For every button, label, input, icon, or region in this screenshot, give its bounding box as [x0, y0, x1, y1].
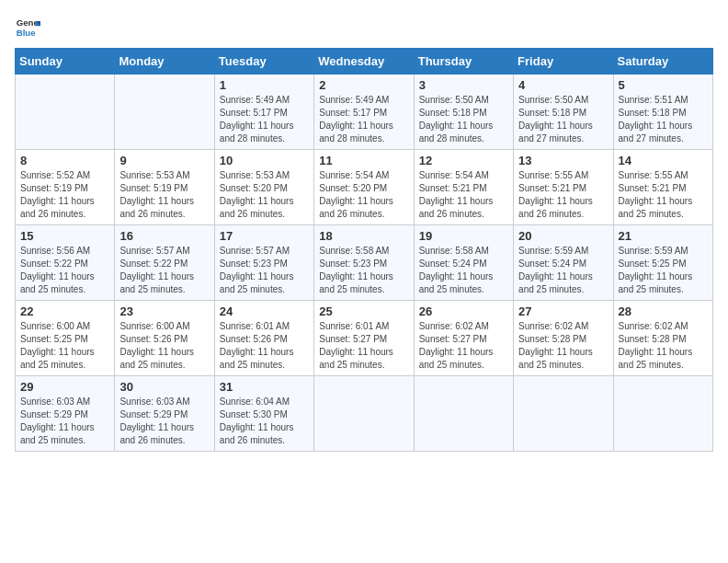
header-monday: Monday	[115, 49, 214, 75]
day-info: Sunrise: 5:57 AMSunset: 5:22 PMDaylight:…	[119, 246, 194, 294]
day-info: Sunrise: 5:49 AMSunset: 5:17 PMDaylight:…	[319, 95, 393, 144]
day-cell-29: 29 Sunrise: 6:03 AMSunset: 5:29 PMDaylig…	[16, 376, 115, 452]
day-info: Sunrise: 6:03 AMSunset: 5:29 PMDaylight:…	[20, 396, 95, 445]
day-cell-22: 22 Sunrise: 6:00 AMSunset: 5:25 PMDaylig…	[16, 301, 115, 376]
empty-cell	[414, 376, 513, 452]
day-cell-26: 26 Sunrise: 6:02 AMSunset: 5:27 PMDaylig…	[414, 301, 513, 376]
day-cell-13: 13 Sunrise: 5:55 AMSunset: 5:21 PMDaylig…	[514, 150, 613, 225]
day-number: 17	[220, 229, 309, 243]
day-cell-15: 15 Sunrise: 5:56 AMSunset: 5:22 PMDaylig…	[16, 225, 115, 301]
day-number: 12	[419, 154, 508, 167]
day-number: 19	[419, 229, 508, 243]
day-info: Sunrise: 6:02 AMSunset: 5:27 PMDaylight:…	[419, 321, 494, 370]
day-info: Sunrise: 6:02 AMSunset: 5:28 PMDaylight:…	[518, 321, 593, 370]
day-cell-3: 3 Sunrise: 5:50 AMSunset: 5:18 PMDayligh…	[414, 75, 513, 150]
day-info: Sunrise: 6:01 AMSunset: 5:27 PMDaylight:…	[319, 321, 393, 370]
day-number: 20	[518, 229, 608, 243]
day-info: Sunrise: 5:53 AMSunset: 5:20 PMDaylight:…	[220, 170, 294, 219]
calendar-week-3: 22 Sunrise: 6:00 AMSunset: 5:25 PMDaylig…	[16, 301, 713, 376]
day-number: 22	[20, 304, 109, 318]
day-number: 10	[220, 154, 309, 167]
day-number: 11	[319, 154, 408, 167]
header-wednesday: Wednesday	[314, 49, 414, 75]
day-number: 5	[619, 78, 708, 92]
day-info: Sunrise: 5:59 AMSunset: 5:24 PMDaylight:…	[518, 246, 593, 294]
day-number: 24	[220, 304, 309, 318]
day-info: Sunrise: 5:58 AMSunset: 5:23 PMDaylight:…	[319, 246, 393, 294]
day-info: Sunrise: 6:04 AMSunset: 5:30 PMDaylight:…	[220, 396, 294, 445]
svg-text:Blue: Blue	[17, 28, 36, 38]
day-cell-25: 25 Sunrise: 6:01 AMSunset: 5:27 PMDaylig…	[314, 301, 414, 376]
day-info: Sunrise: 5:54 AMSunset: 5:21 PMDaylight:…	[419, 170, 494, 219]
day-cell-5: 5 Sunrise: 5:51 AMSunset: 5:18 PMDayligh…	[613, 75, 712, 150]
day-number: 8	[20, 154, 109, 167]
day-number: 30	[119, 380, 209, 394]
day-cell-31: 31 Sunrise: 6:04 AMSunset: 5:30 PMDaylig…	[214, 376, 313, 452]
day-cell-21: 21 Sunrise: 5:59 AMSunset: 5:25 PMDaylig…	[613, 225, 712, 301]
day-cell-14: 14 Sunrise: 5:55 AMSunset: 5:21 PMDaylig…	[613, 150, 712, 225]
calendar-week-2: 15 Sunrise: 5:56 AMSunset: 5:22 PMDaylig…	[16, 225, 713, 301]
day-number: 31	[220, 380, 309, 394]
day-number: 23	[119, 304, 209, 318]
calendar-week-0: 1 Sunrise: 5:49 AMSunset: 5:17 PMDayligh…	[16, 75, 713, 150]
logo: General Blue	[15, 15, 44, 40]
calendar-table: SundayMondayTuesdayWednesdayThursdayFrid…	[15, 48, 713, 452]
day-cell-9: 9 Sunrise: 5:53 AMSunset: 5:19 PMDayligh…	[115, 150, 214, 225]
header-thursday: Thursday	[414, 49, 513, 75]
day-number: 1	[220, 78, 309, 92]
day-info: Sunrise: 6:02 AMSunset: 5:28 PMDaylight:…	[619, 321, 693, 370]
day-number: 29	[20, 380, 109, 394]
day-info: Sunrise: 6:00 AMSunset: 5:25 PMDaylight:…	[20, 321, 95, 370]
header-tuesday: Tuesday	[214, 49, 313, 75]
day-info: Sunrise: 5:52 AMSunset: 5:19 PMDaylight:…	[20, 170, 95, 219]
day-cell-23: 23 Sunrise: 6:00 AMSunset: 5:26 PMDaylig…	[115, 301, 214, 376]
empty-cell	[514, 376, 613, 452]
day-info: Sunrise: 6:03 AMSunset: 5:29 PMDaylight:…	[119, 396, 194, 445]
day-cell-18: 18 Sunrise: 5:58 AMSunset: 5:23 PMDaylig…	[314, 225, 414, 301]
logo-icon: General Blue	[15, 15, 40, 40]
day-number: 9	[119, 154, 209, 167]
day-cell-19: 19 Sunrise: 5:58 AMSunset: 5:24 PMDaylig…	[414, 225, 513, 301]
day-cell-16: 16 Sunrise: 5:57 AMSunset: 5:22 PMDaylig…	[115, 225, 214, 301]
empty-cell	[16, 75, 115, 150]
day-info: Sunrise: 5:59 AMSunset: 5:25 PMDaylight:…	[619, 246, 693, 294]
day-info: Sunrise: 5:54 AMSunset: 5:20 PMDaylight:…	[319, 170, 393, 219]
day-number: 21	[619, 229, 708, 243]
day-cell-17: 17 Sunrise: 5:57 AMSunset: 5:23 PMDaylig…	[214, 225, 313, 301]
day-number: 14	[619, 154, 708, 167]
header-friday: Friday	[514, 49, 613, 75]
day-info: Sunrise: 6:00 AMSunset: 5:26 PMDaylight:…	[119, 321, 194, 370]
day-cell-12: 12 Sunrise: 5:54 AMSunset: 5:21 PMDaylig…	[414, 150, 513, 225]
day-cell-11: 11 Sunrise: 5:54 AMSunset: 5:20 PMDaylig…	[314, 150, 414, 225]
day-number: 27	[518, 304, 608, 318]
day-cell-8: 8 Sunrise: 5:52 AMSunset: 5:19 PMDayligh…	[16, 150, 115, 225]
empty-cell	[613, 376, 712, 452]
day-number: 4	[518, 78, 608, 92]
day-number: 18	[319, 229, 408, 243]
empty-cell	[115, 75, 214, 150]
day-cell-28: 28 Sunrise: 6:02 AMSunset: 5:28 PMDaylig…	[613, 301, 712, 376]
header: General Blue	[15, 15, 713, 40]
day-info: Sunrise: 5:55 AMSunset: 5:21 PMDaylight:…	[518, 170, 593, 219]
day-info: Sunrise: 5:50 AMSunset: 5:18 PMDaylight:…	[419, 95, 494, 144]
day-info: Sunrise: 5:53 AMSunset: 5:19 PMDaylight:…	[119, 170, 194, 219]
day-info: Sunrise: 5:49 AMSunset: 5:17 PMDaylight:…	[220, 95, 294, 144]
day-info: Sunrise: 5:57 AMSunset: 5:23 PMDaylight:…	[220, 246, 294, 294]
day-cell-20: 20 Sunrise: 5:59 AMSunset: 5:24 PMDaylig…	[514, 225, 613, 301]
day-number: 3	[419, 78, 508, 92]
header-sunday: Sunday	[16, 49, 115, 75]
day-info: Sunrise: 6:01 AMSunset: 5:26 PMDaylight:…	[220, 321, 294, 370]
empty-cell	[314, 376, 414, 452]
day-cell-1: 1 Sunrise: 5:49 AMSunset: 5:17 PMDayligh…	[214, 75, 313, 150]
day-number: 28	[619, 304, 708, 318]
day-info: Sunrise: 5:58 AMSunset: 5:24 PMDaylight:…	[419, 246, 494, 294]
day-number: 16	[119, 229, 209, 243]
day-cell-30: 30 Sunrise: 6:03 AMSunset: 5:29 PMDaylig…	[115, 376, 214, 452]
day-cell-4: 4 Sunrise: 5:50 AMSunset: 5:18 PMDayligh…	[514, 75, 613, 150]
day-number: 25	[319, 304, 408, 318]
day-info: Sunrise: 5:56 AMSunset: 5:22 PMDaylight:…	[20, 246, 95, 294]
header-saturday: Saturday	[613, 49, 712, 75]
day-cell-10: 10 Sunrise: 5:53 AMSunset: 5:20 PMDaylig…	[214, 150, 313, 225]
day-info: Sunrise: 5:51 AMSunset: 5:18 PMDaylight:…	[619, 95, 693, 144]
calendar-week-4: 29 Sunrise: 6:03 AMSunset: 5:29 PMDaylig…	[16, 376, 713, 452]
